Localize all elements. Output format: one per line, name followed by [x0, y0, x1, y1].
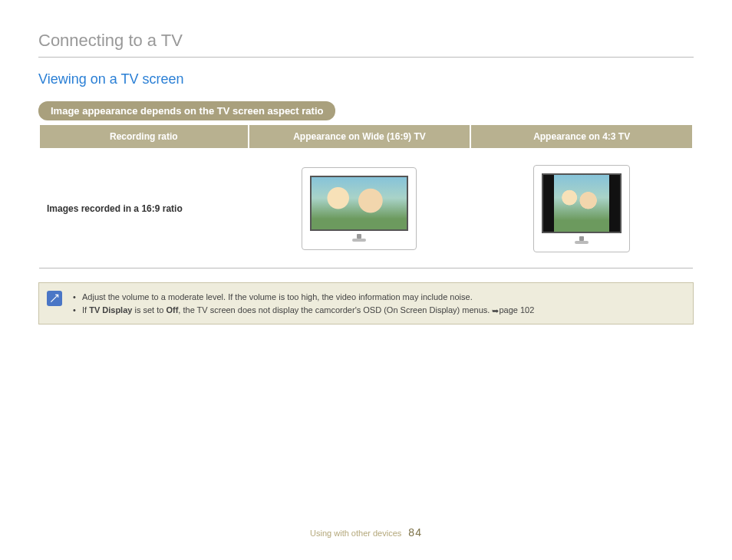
- col-header-recording-ratio: Recording ratio: [39, 124, 249, 149]
- arrow-right-icon: ➥: [492, 305, 499, 318]
- page-title: Connecting to a TV: [38, 31, 694, 58]
- section-subtitle: Viewing on a TV screen: [38, 71, 694, 87]
- aspect-ratio-pill: Image appearance depends on the TV scree…: [38, 101, 335, 120]
- note-item-1: Adjust the volume to a moderate level. I…: [73, 291, 684, 304]
- wide-tv-cell: [249, 149, 471, 268]
- footer-section: Using with other devices: [310, 529, 401, 538]
- table-row: Images recorded in a 16:9 ratio: [39, 149, 693, 268]
- page-footer: Using with other devices 84: [0, 526, 732, 539]
- page-number: 84: [408, 526, 422, 539]
- row-label: Images recorded in a 16:9 ratio: [39, 149, 249, 268]
- col-header-4-3: Appearance on 4:3 TV: [470, 124, 693, 149]
- note-item-2: If TV Display is set to Off, the TV scre…: [73, 304, 684, 317]
- narrow-tv-cell: [470, 149, 693, 268]
- note-icon: [47, 291, 62, 306]
- col-header-wide: Appearance on Wide (16:9) TV: [249, 124, 471, 149]
- tv-4-3-icon: [533, 165, 630, 252]
- note-box: Adjust the volume to a moderate level. I…: [38, 282, 694, 324]
- aspect-ratio-table: Recording ratio Appearance on Wide (16:9…: [38, 124, 694, 268]
- tv-wide-icon: [302, 167, 417, 250]
